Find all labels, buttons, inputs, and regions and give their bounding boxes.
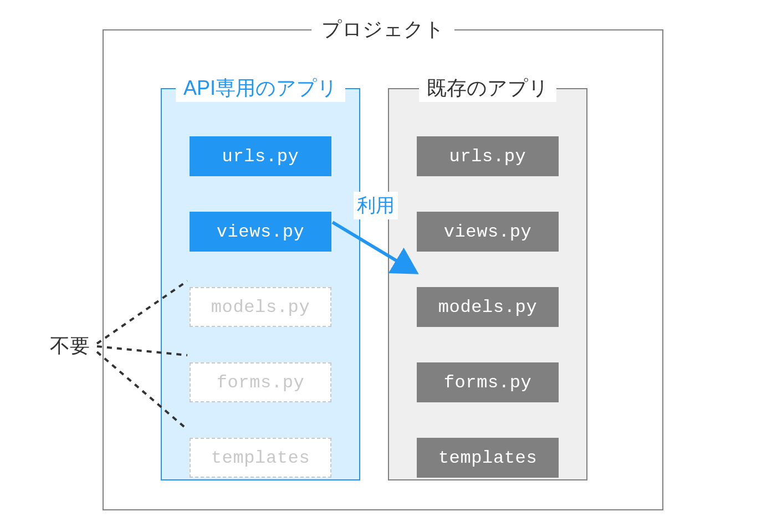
existing-forms-file: forms.py [417, 362, 559, 402]
api-app-title: API専用のアプリ [176, 75, 345, 102]
existing-views-file: views.py [417, 212, 559, 252]
api-models-file: models.py [190, 287, 331, 327]
existing-templates-file: templates [417, 438, 559, 478]
usage-label: 利用 [354, 192, 398, 219]
api-urls-file: urls.py [190, 136, 331, 176]
existing-app-title: 既存のアプリ [419, 75, 556, 102]
api-app-container: API専用のアプリ urls.py views.py models.py for… [161, 75, 360, 480]
api-views-file: views.py [190, 212, 331, 252]
existing-models-file: models.py [417, 287, 559, 327]
unused-label: 不要 [50, 332, 90, 360]
api-forms-file: forms.py [190, 362, 331, 402]
existing-urls-file: urls.py [417, 136, 559, 176]
api-templates-file: templates [190, 438, 331, 478]
existing-app-container: 既存のアプリ urls.py views.py models.py forms.… [388, 75, 587, 480]
project-title: プロジェクト [311, 16, 454, 43]
